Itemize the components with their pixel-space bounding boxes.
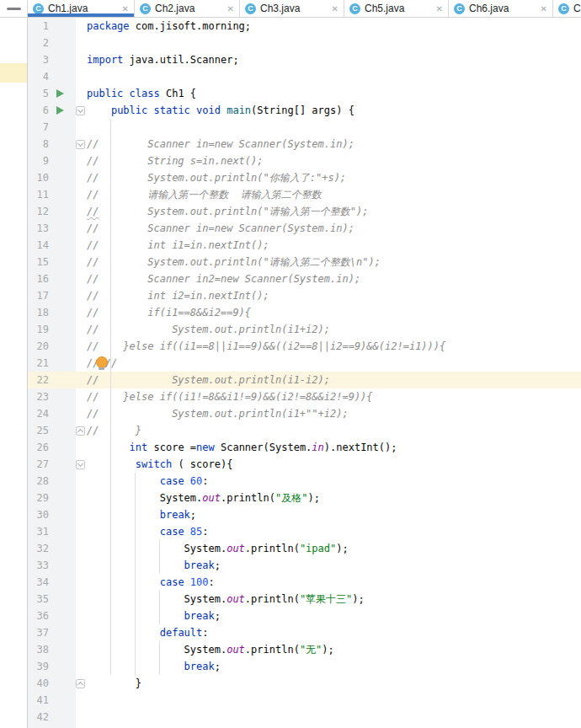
menu-icon[interactable] [0, 0, 28, 17]
code-segment: out [227, 593, 245, 605]
gutter-icon-zone [49, 422, 76, 439]
code-line[interactable]: 30 break; [0, 506, 581, 523]
fold-zone [76, 591, 87, 608]
tab-ch6.java[interactable]: CCh6.java✕ [449, 0, 553, 17]
code-line[interactable]: 8// Scanner in=new Scanner(System.in); [0, 136, 581, 153]
code-line[interactable]: 41 [0, 692, 581, 709]
menu-bar-glyph [7, 8, 21, 10]
code-segment: java.util.Scanner; [123, 54, 238, 66]
gutter-icon-zone [49, 692, 76, 709]
code-segment [87, 627, 160, 639]
code-line[interactable]: 4 [0, 68, 581, 85]
code-line[interactable]: 35 System.out.println("苹果十三"); [0, 591, 581, 608]
code-line[interactable]: 22// System.out.println(i1-i2); [0, 372, 581, 388]
gutter-icon-zone [49, 473, 76, 490]
gutter-icon-zone [49, 557, 76, 574]
code-segment: ); [352, 593, 364, 605]
code-line[interactable]: 2 [0, 35, 581, 51]
code-line[interactable]: 27 switch ( score){ [0, 456, 581, 473]
code-line[interactable]: 5public class Ch1 { [0, 85, 581, 102]
code-line[interactable]: 28 case 60: [0, 473, 581, 490]
line-number: 16 [28, 270, 49, 287]
line-number: 36 [28, 608, 49, 624]
close-icon[interactable]: ✕ [537, 4, 547, 13]
fold-zone [76, 355, 87, 372]
code-line[interactable]: 39 break; [0, 658, 581, 675]
code-line[interactable]: 29 System.out.println("及格"); [0, 490, 581, 506]
code-line[interactable]: 34 case 100: [0, 574, 581, 591]
code-line[interactable]: 10// System.out.println("你输入了:"+s); [0, 169, 581, 186]
code-line[interactable]: 31 case 85: [0, 523, 581, 540]
fold-end-icon[interactable] [76, 679, 85, 688]
run-icon[interactable] [56, 106, 64, 115]
code-line[interactable]: 21// // [0, 355, 581, 372]
code-line[interactable]: 24// System.out.println(i1+""+i2); [0, 405, 581, 422]
tab-ch2.java[interactable]: CCh2.java✕ [135, 0, 240, 17]
code-segment: break [184, 661, 215, 672]
code-line[interactable]: 18// if(i1==8&&i2==9){ [0, 304, 581, 321]
code-line[interactable]: 19// System.out.println(i1+i2); [0, 321, 581, 338]
fold-open-icon[interactable] [76, 460, 85, 469]
code-line[interactable]: 20// }else if((i1==8||i1==9)&&((i2==8||i… [0, 338, 581, 355]
fold-zone [76, 186, 87, 203]
code-line[interactable]: 1package com.jisoft.morning; [0, 18, 581, 35]
code-line[interactable]: 40 } [0, 675, 581, 692]
line-number: 10 [28, 169, 49, 186]
fold-end-icon[interactable] [76, 426, 85, 436]
code-line[interactable]: 9// String s=in.next(); [0, 153, 581, 169]
code-line[interactable]: 15// System.out.println("请输入第二个整数\n"); [0, 254, 581, 270]
code-segment: Ch1 { [160, 88, 196, 99]
code-segment: // }else if((i1!=8&&i1!=9)&&(i2!=8&&i2!=… [87, 391, 373, 403]
tab-ch5.java[interactable]: CCh5.java✕ [344, 0, 449, 17]
code-line[interactable]: 36 break; [0, 608, 581, 624]
code-line[interactable]: 3import java.util.Scanner; [0, 51, 581, 68]
fold-zone [76, 68, 87, 85]
code-line[interactable]: 23// }else if((i1!=8&&i1!=9)&&(i2!=8&&i2… [0, 388, 581, 405]
code-line[interactable]: 11// 请输入第一个整数 请输入第二个整数 [0, 186, 581, 203]
line-number: 14 [28, 237, 49, 254]
fold-open-icon[interactable] [76, 140, 85, 149]
code-line[interactable]: 17// int i2=in.nextInt(); [0, 287, 581, 304]
code-text: // String s=in.next(); [87, 153, 581, 169]
code-segment: ); [336, 543, 348, 554]
code-line[interactable]: 32 System.out.println("ipad"); [0, 540, 581, 557]
code-line[interactable]: 26 int score =new Scanner(System.in).nex… [0, 439, 581, 456]
code-text: case 85: [87, 523, 581, 540]
code-text: // Scanner in2=new Scanner(System.in); [87, 270, 581, 287]
code-segment: case [160, 526, 184, 538]
gutter-icon-zone [49, 270, 76, 287]
code-line[interactable]: 6 public static void main(String[] args)… [0, 102, 581, 119]
code-line[interactable]: 25// } [0, 422, 581, 439]
code-segment: System. [87, 492, 202, 504]
code-text [87, 35, 581, 51]
run-icon[interactable] [56, 89, 64, 98]
code-line[interactable]: 38 System.out.println("无"); [0, 641, 581, 658]
intention-bulb-icon[interactable] [96, 356, 108, 368]
tab-c[interactable]: CC [553, 0, 581, 17]
close-icon[interactable]: ✕ [328, 4, 338, 13]
code-line[interactable]: 42 [0, 709, 581, 725]
code-segment: // System.out.println("请输入第二个整数\n"); [87, 256, 381, 268]
code-line[interactable]: 37 default: [0, 624, 581, 641]
gutter-icon-zone [49, 675, 76, 692]
code-line[interactable]: 33 break; [0, 557, 581, 574]
line-number: 17 [28, 287, 49, 304]
code-line[interactable]: 12// System.out.println("请输入第一个整数"); [0, 203, 581, 220]
close-icon[interactable]: ✕ [224, 4, 234, 13]
code-line[interactable]: 7 [0, 119, 581, 136]
tab-ch1.java[interactable]: CCh1.java✕ [28, 0, 135, 17]
code-line[interactable]: 14// int i1=in.nextInt(); [0, 237, 581, 254]
code-editor[interactable]: 1package com.jisoft.morning;23import jav… [0, 18, 581, 728]
close-icon[interactable]: ✕ [119, 4, 129, 13]
close-icon[interactable]: ✕ [433, 4, 443, 13]
tab-ch3.java[interactable]: CCh3.java✕ [240, 0, 344, 17]
fold-open-icon[interactable] [76, 106, 85, 115]
line-number: 25 [28, 422, 49, 439]
code-line[interactable]: 13// Scanner in=new Scanner(System.in); [0, 220, 581, 237]
code-line[interactable]: 16// Scanner in2=new Scanner(System.in); [0, 270, 581, 287]
code-text: // System.out.println("你输入了:"+s); [87, 169, 581, 186]
gutter-icon-zone [49, 591, 76, 608]
code-segment: default [160, 627, 203, 639]
code-segment: case [160, 576, 184, 588]
line-number: 27 [28, 456, 49, 473]
